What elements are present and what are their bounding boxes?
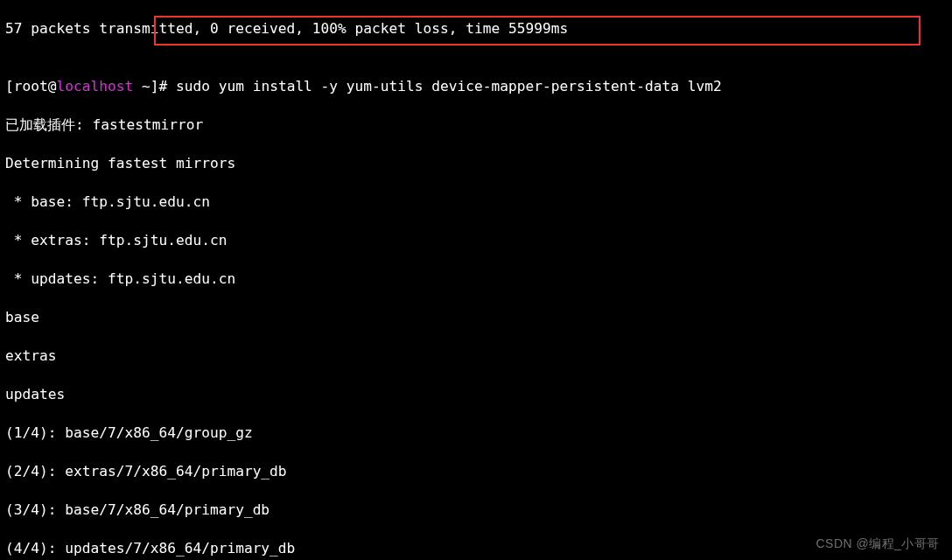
- output-line: 已加载插件: fastestmirror: [5, 116, 947, 135]
- output-line: (1/4): base/7/x86_64/group_gz: [5, 424, 947, 443]
- output-line: * updates: ftp.sjtu.edu.cn: [5, 270, 947, 289]
- output-line: (2/4): extras/7/x86_64/primary_db: [5, 462, 947, 481]
- output-line: updates: [5, 385, 947, 404]
- output-line: (4/4): updates/7/x86_64/primary_db: [5, 539, 947, 558]
- prompt-tail: ~]#: [133, 78, 176, 94]
- output-line: 57 packets transmitted, 0 received, 100%…: [5, 19, 947, 38]
- output-line: (3/4): base/7/x86_64/primary_db: [5, 500, 947, 520]
- terminal-output[interactable]: 57 packets transmitted, 0 received, 100%…: [0, 0, 952, 560]
- output-line: Determining fastest mirrors: [5, 154, 947, 173]
- output-line: * extras: ftp.sjtu.edu.cn: [5, 231, 947, 250]
- prompt-line: [root@localhost ~]# sudo yum install -y …: [5, 77, 947, 96]
- prompt-host: localhost: [56, 78, 133, 94]
- output-line: base: [5, 308, 947, 327]
- output-line: extras: [5, 346, 947, 366]
- output-line: * base: ftp.sjtu.edu.cn: [5, 192, 947, 212]
- prompt-open: [root@: [5, 78, 56, 94]
- typed-command: sudo yum install -y yum-utils device-map…: [176, 78, 722, 94]
